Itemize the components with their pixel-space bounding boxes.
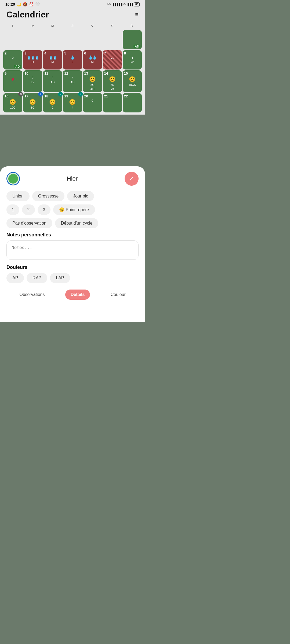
cal-cell-11[interactable]: 11 2 AD [43,70,62,92]
tag-ap[interactable]: AP [6,273,24,283]
tag-rap[interactable]: RAP [27,273,47,283]
cal-cell-20[interactable]: 20 0 [83,93,102,112]
notes-input[interactable] [6,240,139,260]
cal-cell-6[interactable]: 6 💧💧 M [83,50,102,69]
cal-cell-empty-3 [43,30,62,49]
menu-button[interactable]: ≡ [135,11,139,18]
cal-cell-4[interactable]: 4 💧💧 M [43,50,62,69]
tag-row-1: Union Grossesse Jour pic [6,191,139,201]
cal-cell-10[interactable]: 10 2 x2 [23,70,42,92]
day-D: D [122,23,142,29]
cal-cell-empty-4 [63,30,82,49]
cal-cell-22[interactable]: 22 [123,93,142,112]
calendar-grid: AD 2 0 AD 3 💧💧💧 H 4 💧💧 M 5 💧 L 6 💧💧 M [3,30,142,112]
cal-cell-18[interactable]: 2 18 😊 2 [43,93,62,112]
badge-2b: 2 [78,92,83,97]
cal-cell-pre[interactable]: AD [123,30,142,49]
avatar [6,172,20,185]
pain-section-title: Douleurs [6,265,139,270]
tag-num-3[interactable]: 3 [38,204,50,215]
cal-cell-empty-5 [83,30,102,49]
day-L: L [3,23,23,29]
tag-jour-pic[interactable]: Jour pic [67,191,94,201]
tag-union[interactable]: Union [6,191,30,201]
tab-couleur[interactable]: Couleur [105,290,131,300]
bottom-sheet: Hier ✓ Union Grossesse Jour pic 1 2 3 😊 … [0,166,145,322]
app-title: Calendrier [6,10,49,20]
cal-cell-13[interactable]: 13 😊 8C AD [83,70,102,92]
cal-cell-8[interactable]: 8 4 x2 [123,50,142,69]
moon-icon: 🌙 [17,2,21,6]
time: 10:20 [5,2,15,6]
cal-cell-empty-2 [23,30,42,49]
day-S: S [102,23,122,29]
cal-cell-5[interactable]: 5 💧 L [63,50,82,69]
cal-cell-12[interactable]: 12 4 AD [63,70,82,92]
status-right: 4G ▐▐▐▐▐ ® ▐▐▐ 80 [107,2,140,6]
registered-icon: ® [123,3,125,6]
alarm-icon: ⏰ [29,2,34,6]
cal-cell-7[interactable]: 7 VL [103,50,122,69]
cal-cell-3[interactable]: 3 💧💧💧 H [23,50,42,69]
badge-x: ✕ [18,92,23,97]
signal2-icon: ▐▐▐ [126,3,133,6]
tag-debut-cycle[interactable]: Début d'un cycle [55,218,99,228]
avatar-inner [8,174,18,184]
tag-row-3: Pas d'observation Début d'un cycle [6,218,139,228]
pain-tag-row: AP RAP LAP [6,273,139,283]
status-left: 10:20 🌙 🔕 ⏰ 🤍 [5,2,40,6]
tab-observations[interactable]: Observations [14,290,50,300]
day-J: J [63,23,82,29]
tag-num-1[interactable]: 1 [6,204,19,215]
network-label: 4G [107,3,111,6]
badge-2a: 2 [58,92,63,97]
badge-1: 1 [38,92,43,97]
tag-pas-observation[interactable]: Pas d'observation [6,218,52,228]
calendar-header: L M M J V S D [3,23,142,29]
cal-cell-empty-6 [103,30,122,49]
check-icon: ✓ [129,175,134,182]
cal-cell-19[interactable]: 2 19 😊 4 [63,93,82,112]
calendar: L M M J V S D AD 2 0 AD 3 💧💧💧 H 4 💧 [0,23,145,115]
tab-details[interactable]: Détails [65,290,90,300]
tag-grossesse[interactable]: Grossesse [32,191,64,201]
bottom-tabs: Observations Détails Couleur [6,287,139,300]
sheet-header: Hier ✓ [6,172,139,186]
day-M2: M [43,23,63,29]
tag-num-2[interactable]: 2 [22,204,35,215]
notes-section-title: Notes personnelles [6,232,139,238]
alarm-off-icon: 🔕 [23,2,27,6]
battery: 80 [134,2,140,6]
heart-icon: 🤍 [35,2,40,6]
tag-point-repere[interactable]: 😊 Point repère [53,204,95,215]
cal-cell-17[interactable]: 1 17 😊 8C [23,93,42,112]
status-bar: 10:20 🌙 🔕 ⏰ 🤍 4G ▐▐▐▐▐ ® ▐▐▐ 80 [0,0,145,8]
app-header: Calendrier ≡ [0,8,145,23]
confirm-button[interactable]: ✓ [125,172,139,186]
cal-cell-empty-1 [3,30,22,49]
cal-cell-14[interactable]: 14 😊 8K x3 [103,70,122,92]
tag-lap[interactable]: LAP [50,273,70,283]
cal-cell-16[interactable]: ✕ 16 😊 10C [3,93,22,112]
cal-cell-21[interactable]: 21 [103,93,122,112]
cal-cell-9[interactable]: 9 ♥ [3,70,22,92]
day-V: V [82,23,102,29]
sheet-title: Hier [67,175,78,182]
day-M1: M [23,23,43,29]
tag-row-2: 1 2 3 😊 Point repère [6,204,139,215]
cal-cell-2[interactable]: 2 0 AD [3,50,22,69]
signal-icon: ▐▐▐▐▐ [112,3,122,6]
ad-badge: AD [133,45,140,48]
cal-cell-15[interactable]: 15 😊 10CK [123,70,142,92]
